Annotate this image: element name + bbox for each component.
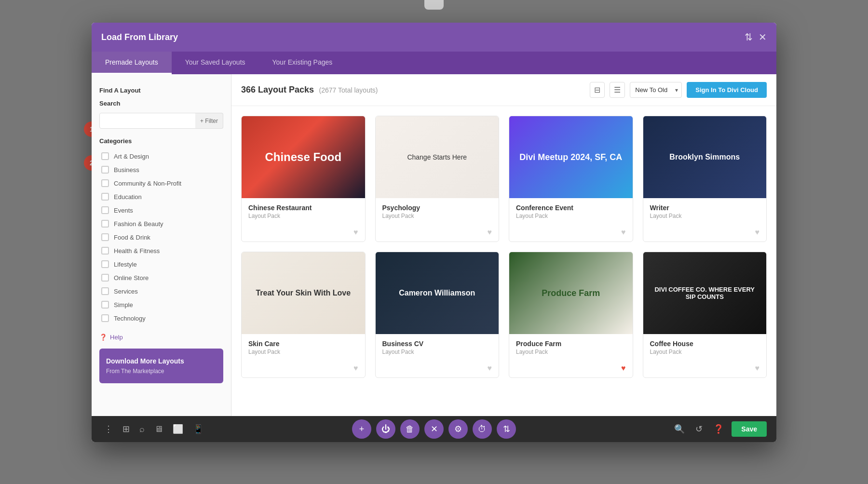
- x-button[interactable]: ✕: [424, 419, 444, 439]
- layout-card-5[interactable]: Treat Your Skin With Love Skin Care Layo…: [241, 252, 366, 378]
- heart-button-3[interactable]: ♥: [621, 228, 626, 237]
- help-button[interactable]: ❓ Help: [99, 334, 223, 341]
- layout-card-footer-3: ♥: [509, 225, 633, 242]
- trash-button[interactable]: 🗑: [400, 419, 420, 439]
- category-checkbox-simple[interactable]: [101, 301, 109, 309]
- category-item-lifestyle[interactable]: Lifestyle: [99, 257, 223, 271]
- search-label: Search: [99, 100, 223, 107]
- heart-button-7[interactable]: ♥: [621, 364, 626, 373]
- category-item-health[interactable]: Health & Fitness: [99, 244, 223, 257]
- category-checkbox-community[interactable]: [101, 179, 109, 187]
- category-checkbox-services[interactable]: [101, 287, 109, 295]
- category-checkbox-events[interactable]: [101, 206, 109, 214]
- heart-button-4[interactable]: ♥: [755, 228, 760, 237]
- layout-card-type-3: Layout Pack: [516, 213, 626, 219]
- refresh-button[interactable]: ↺: [692, 422, 705, 436]
- filter-button[interactable]: + Filter: [195, 113, 223, 129]
- category-item-events[interactable]: Events: [99, 203, 223, 217]
- layout-card-image-8: DIVI COFFEE CO. WHERE EVERY SIP COUNTS: [643, 252, 767, 334]
- layout-card-type-8: Layout Pack: [650, 349, 760, 355]
- layout-card-1[interactable]: Chinese Food Chinese Restaurant Layout P…: [241, 116, 366, 242]
- layout-card-7[interactable]: Produce Farm Produce Farm Layout Pack ♥: [509, 252, 633, 378]
- category-label-art: Art & Design: [114, 153, 149, 160]
- modal-header-actions: ⇅ ✕: [745, 31, 767, 43]
- tab-premade-layouts[interactable]: Premade Layouts: [92, 52, 172, 74]
- category-checkbox-fashion[interactable]: [101, 220, 109, 228]
- category-label-community: Community & Non-Profit: [114, 180, 181, 187]
- bottom-center-actions: + ⏻ 🗑 ✕ ⚙ ⏱ ⇅: [352, 419, 516, 439]
- layout-card-6[interactable]: Cameron Williamson Business CV Layout Pa…: [375, 252, 500, 378]
- category-item-online[interactable]: Online Store: [99, 271, 223, 284]
- history-button[interactable]: ⏱: [473, 419, 492, 439]
- layout-card-type-2: Layout Pack: [382, 213, 492, 219]
- tablet-view-button[interactable]: ⬜: [170, 422, 186, 436]
- category-label-events: Events: [114, 207, 133, 214]
- category-checkbox-art[interactable]: [101, 152, 109, 160]
- settings-button[interactable]: ⚙: [448, 419, 468, 439]
- tab-saved-layouts[interactable]: Your Saved Layouts: [172, 52, 259, 74]
- save-button[interactable]: Save: [732, 421, 767, 437]
- layout-card-image-3: Divi Meetup 2024, SF, CA: [509, 116, 633, 198]
- sort-bottom-button[interactable]: ⇅: [497, 419, 516, 439]
- category-checkbox-health[interactable]: [101, 247, 109, 255]
- grid-icon-button[interactable]: ⊞: [120, 422, 133, 436]
- layout-total: (2677 Total layouts): [319, 86, 378, 94]
- category-item-food[interactable]: Food & Drink: [99, 230, 223, 244]
- heart-button-6[interactable]: ♥: [488, 364, 492, 373]
- help-right-button[interactable]: ❓: [710, 422, 727, 436]
- heart-button-1[interactable]: ♥: [353, 228, 358, 237]
- layout-card-4[interactable]: Brooklyn Simmons Writer Layout Pack ♥: [643, 116, 767, 242]
- category-checkbox-food[interactable]: [101, 233, 109, 241]
- main-content: 366 Layout Packs (2677 Total layouts) ⊟ …: [231, 74, 776, 442]
- category-checkbox-online[interactable]: [101, 274, 109, 282]
- layout-card-footer-6: ♥: [376, 361, 499, 377]
- layout-card-footer-4: ♥: [643, 225, 767, 242]
- layout-card-8[interactable]: DIVI COFFEE CO. WHERE EVERY SIP COUNTS C…: [643, 252, 767, 378]
- layout-card-2[interactable]: Change Starts Here Psychology Layout Pac…: [375, 116, 500, 242]
- tab-existing-pages[interactable]: Your Existing Pages: [259, 52, 346, 74]
- add-button[interactable]: +: [352, 419, 371, 439]
- list-view-button[interactable]: ☰: [610, 82, 625, 98]
- category-checkbox-education[interactable]: [101, 193, 109, 201]
- search-right-button[interactable]: 🔍: [671, 422, 688, 436]
- sort-icon-button[interactable]: ⇅: [745, 31, 753, 43]
- category-checkbox-lifestyle[interactable]: [101, 260, 109, 268]
- menu-dots-button[interactable]: ⋮: [101, 422, 116, 436]
- category-item-community[interactable]: Community & Non-Profit: [99, 176, 223, 190]
- close-modal-button[interactable]: ✕: [759, 31, 767, 43]
- heart-button-2[interactable]: ♥: [488, 228, 492, 237]
- category-item-business[interactable]: Business: [99, 163, 223, 176]
- sidebar: Find A Layout Search + Filter Categories…: [92, 74, 231, 442]
- category-checkbox-business[interactable]: [101, 166, 109, 174]
- desktop-view-button[interactable]: 🖥: [151, 422, 166, 436]
- heart-button-8[interactable]: ♥: [755, 364, 760, 373]
- layout-card-info-8: Coffee House Layout Pack: [643, 334, 767, 361]
- modal-body: Find A Layout Search + Filter Categories…: [92, 74, 776, 442]
- grid-view-button[interactable]: ⊟: [590, 82, 605, 98]
- category-label-health: Health & Fitness: [114, 247, 160, 255]
- sort-select[interactable]: New To Old Old To New A to Z Z to A: [630, 82, 682, 98]
- category-item-simple[interactable]: Simple: [99, 298, 223, 311]
- layout-count: 366 Layout Packs: [241, 85, 314, 94]
- toolbar-right: ⊟ ☰ New To Old Old To New A to Z Z: [590, 82, 767, 98]
- find-layout-title: Find A Layout: [99, 87, 223, 94]
- category-checkbox-tech[interactable]: [101, 314, 109, 322]
- layout-card-info-2: Psychology Layout Pack: [376, 198, 499, 225]
- category-item-services[interactable]: Services: [99, 284, 223, 298]
- search-bottom-button[interactable]: ⌕: [136, 422, 148, 436]
- layout-card-info-7: Produce Farm Layout Pack: [509, 334, 633, 361]
- layout-card-footer-1: ♥: [242, 225, 365, 242]
- category-item-education[interactable]: Education: [99, 190, 223, 203]
- power-button[interactable]: ⏻: [376, 419, 395, 439]
- mobile-view-button[interactable]: 📱: [190, 422, 206, 436]
- category-item-art[interactable]: Art & Design: [99, 149, 223, 163]
- layout-card-3[interactable]: Divi Meetup 2024, SF, CA Conference Even…: [509, 116, 633, 242]
- layout-card-info-6: Business CV Layout Pack: [376, 334, 499, 361]
- category-item-tech[interactable]: Technology: [99, 311, 223, 325]
- sign-in-button[interactable]: Sign In To Divi Cloud: [687, 82, 767, 98]
- heart-button-5[interactable]: ♥: [353, 364, 358, 373]
- category-item-fashion[interactable]: Fashion & Beauty: [99, 217, 223, 230]
- download-section: Download More Layouts From The Marketpla…: [99, 349, 223, 383]
- category-label-education: Education: [114, 193, 142, 201]
- download-title: Download More Layouts: [106, 357, 217, 365]
